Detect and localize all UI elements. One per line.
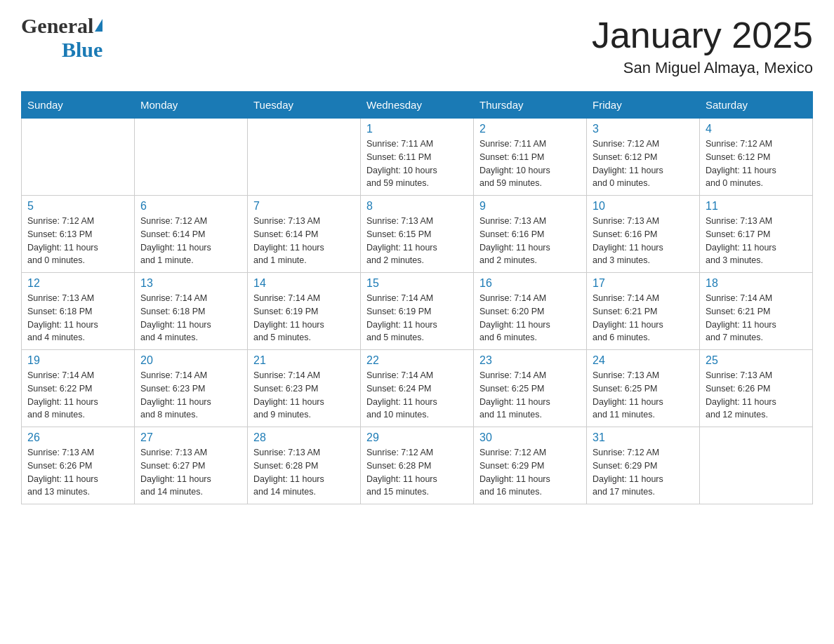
calendar-cell: 28Sunrise: 7:13 AM Sunset: 6:28 PM Dayli…	[248, 427, 361, 504]
calendar-cell: 23Sunrise: 7:14 AM Sunset: 6:25 PM Dayli…	[474, 350, 587, 427]
calendar-cell: 14Sunrise: 7:14 AM Sunset: 6:19 PM Dayli…	[248, 273, 361, 350]
day-info: Sunrise: 7:14 AM Sunset: 6:23 PM Dayligh…	[140, 369, 241, 422]
calendar-cell: 17Sunrise: 7:14 AM Sunset: 6:21 PM Dayli…	[587, 273, 700, 350]
calendar-cell: 12Sunrise: 7:13 AM Sunset: 6:18 PM Dayli…	[22, 273, 135, 350]
calendar-cell: 16Sunrise: 7:14 AM Sunset: 6:20 PM Dayli…	[474, 273, 587, 350]
calendar-cell: 19Sunrise: 7:14 AM Sunset: 6:22 PM Dayli…	[22, 350, 135, 427]
day-number: 29	[366, 431, 468, 444]
logo: G eneral Blue	[21, 14, 102, 62]
calendar-cell: 11Sunrise: 7:13 AM Sunset: 6:17 PM Dayli…	[700, 196, 813, 273]
day-number: 1	[366, 123, 468, 135]
day-number: 20	[140, 354, 241, 367]
day-number: 28	[253, 431, 355, 444]
calendar-cell: 24Sunrise: 7:13 AM Sunset: 6:25 PM Dayli…	[587, 350, 700, 427]
day-info: Sunrise: 7:13 AM Sunset: 6:14 PM Dayligh…	[253, 215, 355, 267]
calendar-week-1: 1Sunrise: 7:11 AM Sunset: 6:11 PM Daylig…	[22, 119, 813, 196]
calendar-cell: 3Sunrise: 7:12 AM Sunset: 6:12 PM Daylig…	[587, 119, 700, 196]
page-header: G eneral Blue January 2025 San Miguel Al…	[21, 14, 813, 77]
day-info: Sunrise: 7:13 AM Sunset: 6:16 PM Dayligh…	[593, 215, 694, 267]
calendar-cell: 7Sunrise: 7:13 AM Sunset: 6:14 PM Daylig…	[248, 196, 361, 273]
logo-g: G	[21, 14, 37, 38]
col-header-wednesday: Wednesday	[361, 92, 474, 119]
day-number: 31	[593, 431, 694, 444]
logo-eneral: eneral	[37, 14, 93, 38]
calendar-cell: 13Sunrise: 7:14 AM Sunset: 6:18 PM Dayli…	[135, 273, 248, 350]
calendar-cell: 2Sunrise: 7:11 AM Sunset: 6:11 PM Daylig…	[474, 119, 587, 196]
title-section: January 2025 San Miguel Almaya, Mexico	[592, 14, 813, 77]
day-info: Sunrise: 7:12 AM Sunset: 6:14 PM Dayligh…	[140, 215, 241, 267]
day-info: Sunrise: 7:14 AM Sunset: 6:22 PM Dayligh…	[27, 369, 128, 422]
day-number: 30	[479, 431, 581, 444]
day-info: Sunrise: 7:12 AM Sunset: 6:29 PM Dayligh…	[479, 446, 581, 499]
day-number: 4	[706, 123, 807, 135]
day-info: Sunrise: 7:14 AM Sunset: 6:21 PM Dayligh…	[706, 292, 807, 344]
calendar-cell	[700, 427, 813, 504]
calendar-cell: 1Sunrise: 7:11 AM Sunset: 6:11 PM Daylig…	[361, 119, 474, 196]
day-info: Sunrise: 7:13 AM Sunset: 6:26 PM Dayligh…	[706, 369, 807, 422]
col-header-tuesday: Tuesday	[248, 92, 361, 119]
col-header-saturday: Saturday	[700, 92, 813, 119]
calendar-cell: 31Sunrise: 7:12 AM Sunset: 6:29 PM Dayli…	[587, 427, 700, 504]
day-info: Sunrise: 7:12 AM Sunset: 6:13 PM Dayligh…	[27, 215, 128, 267]
day-info: Sunrise: 7:12 AM Sunset: 6:12 PM Dayligh…	[593, 137, 694, 190]
day-number: 19	[27, 354, 128, 367]
day-number: 12	[27, 277, 128, 290]
calendar-cell: 26Sunrise: 7:13 AM Sunset: 6:26 PM Dayli…	[22, 427, 135, 504]
day-number: 8	[366, 200, 468, 213]
day-info: Sunrise: 7:14 AM Sunset: 6:20 PM Dayligh…	[479, 292, 581, 344]
day-info: Sunrise: 7:12 AM Sunset: 6:29 PM Dayligh…	[593, 446, 694, 499]
day-number: 15	[366, 277, 468, 290]
calendar-cell: 18Sunrise: 7:14 AM Sunset: 6:21 PM Dayli…	[700, 273, 813, 350]
calendar-week-3: 12Sunrise: 7:13 AM Sunset: 6:18 PM Dayli…	[22, 273, 813, 350]
calendar-cell: 4Sunrise: 7:12 AM Sunset: 6:12 PM Daylig…	[700, 119, 813, 196]
day-info: Sunrise: 7:13 AM Sunset: 6:26 PM Dayligh…	[27, 446, 128, 499]
calendar-week-4: 19Sunrise: 7:14 AM Sunset: 6:22 PM Dayli…	[22, 350, 813, 427]
day-info: Sunrise: 7:14 AM Sunset: 6:19 PM Dayligh…	[253, 292, 355, 344]
col-header-friday: Friday	[587, 92, 700, 119]
day-number: 2	[479, 123, 581, 135]
calendar-cell: 30Sunrise: 7:12 AM Sunset: 6:29 PM Dayli…	[474, 427, 587, 504]
day-number: 9	[479, 200, 581, 213]
day-info: Sunrise: 7:11 AM Sunset: 6:11 PM Dayligh…	[479, 137, 581, 190]
day-info: Sunrise: 7:14 AM Sunset: 6:19 PM Dayligh…	[366, 292, 468, 344]
calendar-cell	[22, 119, 135, 196]
calendar-cell: 21Sunrise: 7:14 AM Sunset: 6:23 PM Dayli…	[248, 350, 361, 427]
calendar-table: SundayMondayTuesdayWednesdayThursdayFrid…	[21, 91, 813, 504]
calendar-cell: 15Sunrise: 7:14 AM Sunset: 6:19 PM Dayli…	[361, 273, 474, 350]
day-number: 14	[253, 277, 355, 290]
day-number: 27	[140, 431, 241, 444]
day-number: 23	[479, 354, 581, 367]
day-info: Sunrise: 7:11 AM Sunset: 6:11 PM Dayligh…	[366, 137, 468, 190]
day-number: 10	[593, 200, 694, 213]
month-title: January 2025	[592, 14, 813, 56]
day-info: Sunrise: 7:13 AM Sunset: 6:17 PM Dayligh…	[706, 215, 807, 267]
day-info: Sunrise: 7:12 AM Sunset: 6:12 PM Dayligh…	[706, 137, 807, 190]
day-number: 24	[593, 354, 694, 367]
calendar-week-2: 5Sunrise: 7:12 AM Sunset: 6:13 PM Daylig…	[22, 196, 813, 273]
calendar-week-5: 26Sunrise: 7:13 AM Sunset: 6:26 PM Dayli…	[22, 427, 813, 504]
day-info: Sunrise: 7:13 AM Sunset: 6:16 PM Dayligh…	[479, 215, 581, 267]
day-info: Sunrise: 7:14 AM Sunset: 6:21 PM Dayligh…	[593, 292, 694, 344]
col-header-sunday: Sunday	[22, 92, 135, 119]
day-info: Sunrise: 7:13 AM Sunset: 6:18 PM Dayligh…	[27, 292, 128, 344]
day-number: 22	[366, 354, 468, 367]
day-number: 11	[706, 200, 807, 213]
day-info: Sunrise: 7:14 AM Sunset: 6:24 PM Dayligh…	[366, 369, 468, 422]
day-number: 13	[140, 277, 241, 290]
day-info: Sunrise: 7:13 AM Sunset: 6:28 PM Dayligh…	[253, 446, 355, 499]
calendar-cell: 22Sunrise: 7:14 AM Sunset: 6:24 PM Dayli…	[361, 350, 474, 427]
calendar-cell: 29Sunrise: 7:12 AM Sunset: 6:28 PM Dayli…	[361, 427, 474, 504]
calendar-cell: 27Sunrise: 7:13 AM Sunset: 6:27 PM Dayli…	[135, 427, 248, 504]
day-number: 3	[593, 123, 694, 135]
day-info: Sunrise: 7:13 AM Sunset: 6:27 PM Dayligh…	[140, 446, 241, 499]
logo-blue-text: Blue	[62, 38, 102, 62]
day-number: 7	[253, 200, 355, 213]
day-info: Sunrise: 7:13 AM Sunset: 6:25 PM Dayligh…	[593, 369, 694, 422]
day-info: Sunrise: 7:13 AM Sunset: 6:15 PM Dayligh…	[366, 215, 468, 267]
day-number: 17	[593, 277, 694, 290]
day-number: 26	[27, 431, 128, 444]
day-info: Sunrise: 7:14 AM Sunset: 6:18 PM Dayligh…	[140, 292, 241, 344]
calendar-cell: 10Sunrise: 7:13 AM Sunset: 6:16 PM Dayli…	[587, 196, 700, 273]
day-number: 6	[140, 200, 241, 213]
logo-triangle-icon	[95, 19, 102, 32]
